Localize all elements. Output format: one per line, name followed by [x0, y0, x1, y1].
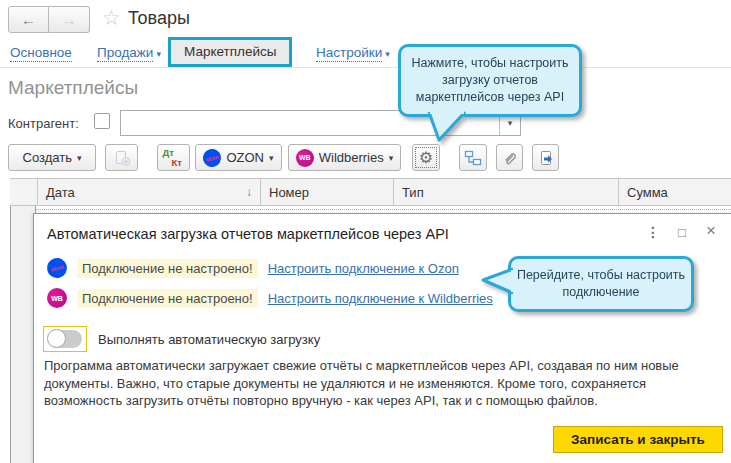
tabs-separator	[0, 67, 731, 68]
column-header-type[interactable]: Тип	[393, 179, 618, 205]
column-header-marker[interactable]	[10, 179, 37, 205]
counterparty-checkbox[interactable]	[94, 113, 110, 129]
chevron-down-icon: ▾	[389, 153, 394, 163]
forward-arrow-icon: →	[62, 11, 77, 28]
structure-icon	[464, 149, 482, 167]
callout-tail	[409, 111, 469, 143]
ozon-logo-icon: ozon	[202, 147, 224, 169]
tab-prodazhi[interactable]: Продажи▾	[97, 45, 161, 60]
chevron-down-icon: ▾	[269, 153, 274, 163]
counterparty-label: Контрагент:	[8, 116, 79, 131]
load-file-button[interactable]	[532, 144, 559, 171]
more-menu-icon[interactable]: ⋮	[646, 224, 660, 240]
api-autoload-dialog: Автоматическая загрузка отчетов маркетпл…	[33, 213, 731, 463]
forward-button[interactable]: →	[49, 6, 90, 33]
close-icon[interactable]: ×	[706, 221, 716, 241]
dialog-description: Программа автоматически загружает свежие…	[44, 357, 692, 410]
gear-tooltip-text: Нажмите, чтобы настроить загрузку отчето…	[411, 56, 568, 104]
ozon-connection-row: ozon Подключение не настроено! Настроить…	[47, 258, 459, 278]
tab-nastroyki[interactable]: Настройки▾	[316, 45, 390, 60]
wildberries-connection-row: WB Подключение не настроено! Настроить п…	[47, 288, 493, 308]
structure-button[interactable]	[459, 144, 487, 171]
gear-icon: ⚙	[419, 150, 433, 166]
dtkt-icon: Дт Кт	[162, 147, 186, 169]
history-nav-group: ← →	[8, 6, 90, 33]
back-button[interactable]: ←	[8, 6, 49, 33]
link-tooltip-text: Перейдите, чтобы настроить подключение	[517, 268, 685, 299]
dialog-title: Автоматическая загрузка отчетов маркетпл…	[47, 226, 449, 242]
maximize-icon[interactable]: □	[678, 225, 686, 240]
results-table-header: Дата ↓ Номер Тип Сумма	[10, 178, 731, 206]
ozon-menu-button[interactable]: ozon OZON ▾	[195, 144, 282, 171]
toggle-knob	[47, 329, 66, 348]
favorite-star-icon[interactable]: ☆	[102, 6, 121, 30]
wildberries-status-text: Подключение не настроено!	[77, 289, 258, 308]
create-button[interactable]: Создать ▾	[8, 144, 96, 171]
chevron-down-icon: ▾	[77, 153, 82, 163]
page-heading: Маркетплейсы	[8, 77, 138, 99]
wildberries-menu-button[interactable]: WB Wildberries ▾	[288, 144, 401, 171]
copy-document-icon	[113, 149, 131, 167]
tab-osnovnoe[interactable]: Основное	[10, 45, 72, 60]
wildberries-logo-icon: WB	[47, 288, 67, 308]
column-header-number[interactable]: Номер	[260, 179, 393, 205]
link-tooltip-callout: Перейдите, чтобы настроить подключение	[508, 256, 694, 312]
table-focus-dotted-line	[10, 209, 731, 210]
wildberries-logo-icon: WB	[296, 149, 314, 167]
chevron-down-icon: ▾	[508, 118, 513, 128]
chevron-down-icon: ▾	[156, 49, 161, 59]
column-header-date[interactable]: Дата ↓	[37, 179, 260, 205]
autoload-toggle[interactable]	[43, 326, 87, 352]
paperclip-icon	[501, 149, 519, 167]
api-settings-gear-button[interactable]: ⚙	[412, 144, 440, 171]
gear-tooltip-callout: Нажмите, чтобы настроить загрузку отчето…	[398, 44, 582, 117]
ozon-logo-icon: ozon	[45, 256, 69, 280]
sort-descending-icon: ↓	[246, 185, 252, 199]
app-window: ← → ☆ Товары Основное Продажи▾ Маркетпле…	[0, 0, 731, 463]
save-and-close-button[interactable]: Записать и закрыть	[553, 426, 723, 453]
column-header-sum[interactable]: Сумма	[618, 179, 731, 205]
attachments-button[interactable]	[496, 144, 523, 171]
copy-button[interactable]	[105, 144, 138, 171]
tab-marketpleysy-active[interactable]: Маркетплейсы	[168, 37, 292, 67]
toggle-track	[48, 330, 82, 348]
configure-ozon-link[interactable]: Настроить подключение к Ozon	[268, 261, 459, 276]
load-document-icon	[537, 149, 555, 167]
callout-tail	[480, 266, 514, 296]
configure-wildberries-link[interactable]: Настроить подключение к Wildberries	[268, 291, 493, 306]
chevron-down-icon: ▾	[385, 49, 390, 59]
dtkt-postings-button[interactable]: Дт Кт	[157, 144, 190, 171]
back-arrow-icon: ←	[21, 11, 36, 28]
autoload-toggle-label: Выполнять автоматическую загрузку	[98, 332, 320, 347]
ozon-status-text: Подключение не настроено!	[77, 259, 258, 278]
window-title: Товары	[128, 8, 190, 29]
